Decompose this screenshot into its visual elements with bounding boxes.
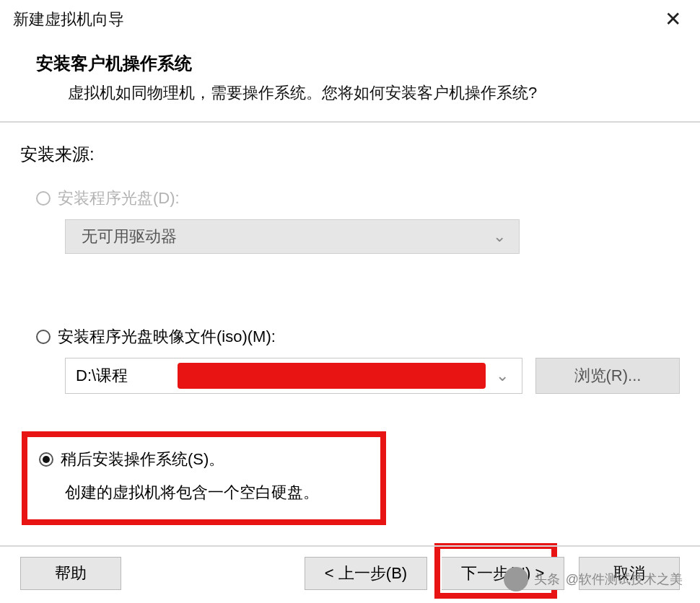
wizard-header: 安装客户机操作系统 虚拟机如同物理机，需要操作系统。您将如何安装客户机操作系统? — [0, 36, 700, 123]
radio-disc-row[interactable]: 安装程序光盘(D): — [36, 188, 680, 209]
disc-dropdown[interactable]: 无可用驱动器 ⌄ — [65, 219, 520, 254]
close-icon[interactable]: ✕ — [659, 7, 687, 31]
browse-label: 浏览(R)... — [574, 365, 642, 387]
option-later: 稍后安装操作系统(S)。 创建的虚拟机将包含一个空白硬盘。 — [39, 449, 680, 503]
radio-iso-row[interactable]: 安装程序光盘映像文件(iso)(M): — [36, 326, 680, 348]
titlebar: 新建虚拟机向导 ✕ — [0, 0, 700, 36]
radio-iso-icon — [36, 330, 51, 344]
chevron-down-icon: ⌄ — [496, 366, 509, 385]
watermark: 头条 @软件测试技术之美 — [504, 567, 683, 591]
header-heading: 安装客户机操作系统 — [36, 52, 687, 75]
option-iso: 安装程序光盘映像文件(iso)(M): D:\课程 ⌄ 浏览(R)... — [36, 326, 680, 394]
iso-path-value: D:\课程 — [76, 365, 128, 387]
window-title: 新建虚拟机向导 — [13, 9, 124, 30]
browse-button[interactable]: 浏览(R)... — [535, 358, 680, 394]
header-subheading: 虚拟机如同物理机，需要操作系统。您将如何安装客户机操作系统? — [36, 82, 687, 104]
back-label: < 上一步(B) — [325, 563, 407, 584]
iso-path-input[interactable]: D:\课程 ⌄ — [65, 358, 522, 394]
source-label: 安装来源: — [20, 143, 680, 166]
redacted-overlay — [178, 363, 486, 389]
option-disc: 安装程序光盘(D): 无可用驱动器 ⌄ — [36, 188, 680, 254]
watermark-prefix: 头条 — [534, 571, 560, 588]
disc-dropdown-value: 无可用驱动器 — [82, 226, 177, 247]
radio-later-icon — [39, 452, 53, 467]
chevron-down-icon: ⌄ — [493, 227, 506, 246]
help-label: 帮助 — [55, 563, 87, 584]
radio-disc-icon — [36, 191, 51, 206]
back-button[interactable]: < 上一步(B) — [305, 557, 427, 590]
wizard-body: 安装来源: 安装程序光盘(D): 无可用驱动器 ⌄ 安装程序光盘映像文件(iso… — [0, 123, 700, 511]
help-button[interactable]: 帮助 — [20, 557, 121, 590]
radio-later-row[interactable]: 稍后安装操作系统(S)。 — [39, 449, 680, 470]
radio-disc-label: 安装程序光盘(D): — [58, 188, 180, 209]
radio-iso-label: 安装程序光盘映像文件(iso)(M): — [58, 326, 276, 348]
watermark-icon — [504, 567, 528, 591]
later-subtext: 创建的虚拟机将包含一个空白硬盘。 — [65, 482, 680, 503]
watermark-text: @软件测试技术之美 — [566, 571, 683, 588]
radio-later-label: 稍后安装操作系统(S)。 — [61, 449, 224, 470]
